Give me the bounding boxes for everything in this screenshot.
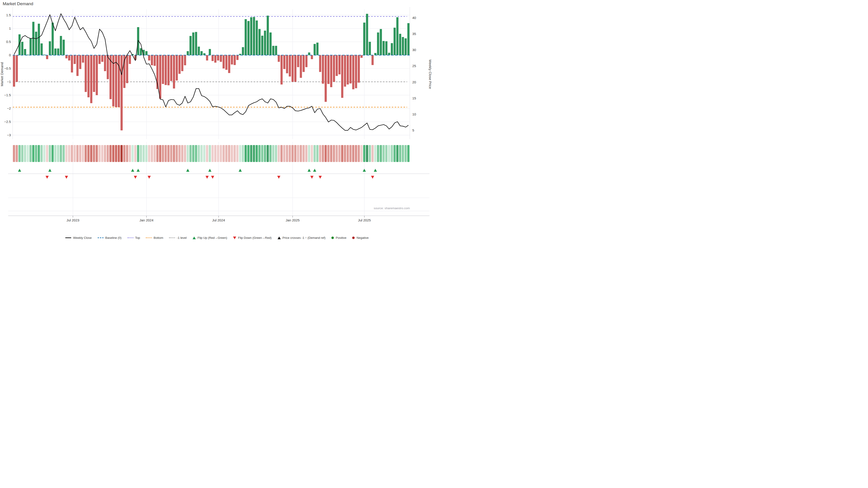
heatmap-cell	[98, 145, 101, 162]
demand-bar	[275, 46, 277, 55]
flip-down-marker	[65, 176, 68, 179]
right-axis-tick: 25	[412, 64, 416, 68]
heatmap-cell	[21, 145, 24, 162]
demand-bar	[85, 55, 87, 92]
heatmap-cell	[405, 145, 407, 162]
demand-bar	[107, 55, 109, 79]
heatmap-cell	[49, 145, 51, 162]
heatmap-cell	[225, 145, 228, 162]
heatmap-cell	[145, 145, 148, 162]
heatmap-cell	[261, 145, 264, 162]
dashed-line-swatch	[98, 237, 103, 238]
demand-bar	[159, 55, 161, 99]
triangle-up-icon	[193, 236, 196, 239]
x-axis-tick-label: Jul 2025	[358, 218, 371, 222]
heatmap-cell	[35, 145, 37, 162]
heatmap-cell	[377, 145, 379, 162]
heatmap-cell	[112, 145, 114, 162]
legend-item: Top	[127, 236, 140, 239]
heatmap-cell	[198, 145, 200, 162]
demand-bar	[228, 55, 230, 73]
flip-down-marker	[46, 176, 49, 179]
heatmap-cell	[121, 145, 123, 162]
demand-bar	[374, 53, 377, 55]
dot-icon	[352, 236, 355, 239]
heatmap-cell	[57, 145, 59, 162]
demand-bar	[347, 55, 349, 85]
heatmap-cell	[319, 145, 321, 162]
heatmap-cell	[60, 145, 62, 162]
demand-bar	[24, 49, 26, 55]
demand-bar	[140, 48, 142, 55]
heatmap-cell	[297, 145, 299, 162]
heatmap-cell	[38, 145, 40, 162]
demand-bar	[264, 31, 266, 55]
heatmap-cell	[214, 145, 217, 162]
demand-bar	[76, 55, 79, 76]
demand-bar	[270, 33, 272, 55]
demand-bar	[173, 55, 175, 89]
legend-item: Flip Down (Green→Red)	[233, 236, 272, 239]
demand-bar	[267, 15, 269, 55]
heatmap-cell	[360, 145, 363, 162]
demand-bar	[352, 55, 354, 89]
heatmap-cell	[258, 145, 260, 162]
demand-bar	[79, 55, 81, 69]
heatmap-cell	[352, 145, 354, 162]
demand-bar	[385, 41, 388, 55]
demand-bar	[154, 55, 156, 66]
heatmap-cell	[68, 145, 70, 162]
heatmap-cell	[212, 145, 214, 162]
heatmap-cell	[192, 145, 194, 162]
demand-bar	[82, 55, 84, 63]
flip-up-marker	[136, 169, 140, 172]
demand-bar	[217, 55, 219, 61]
heatmap-cell	[236, 145, 239, 162]
chart-legend: Weekly CloseBaseline (0)TopBottom-1 leve…	[0, 236, 434, 239]
flip-down-marker	[277, 176, 280, 179]
demand-bar	[90, 55, 92, 103]
demand-bar	[176, 55, 178, 80]
demand-bar	[341, 55, 343, 98]
demand-bar	[198, 46, 200, 55]
flip-up-marker	[363, 169, 366, 172]
heatmap-cell	[73, 145, 76, 162]
heatmap-cell	[18, 145, 21, 162]
heatmap-cell	[294, 145, 297, 162]
demand-bar	[281, 55, 283, 85]
heatmap-cell	[195, 145, 197, 162]
heatmap-cell	[115, 145, 117, 162]
heatmap-cell	[234, 145, 236, 162]
flip-down-marker	[319, 176, 322, 179]
x-axis-tick-label: Jul 2024	[212, 218, 225, 222]
demand-bar	[338, 55, 341, 74]
demand-bar	[253, 17, 255, 55]
heatmap-cell	[164, 145, 167, 162]
x-axis-tick-label: Jan 2024	[140, 218, 153, 222]
heatmap-cell	[203, 145, 206, 162]
demand-bar	[377, 33, 379, 55]
heatmap-cell	[363, 145, 366, 162]
legend-item: Negative	[352, 236, 368, 239]
demand-bar	[206, 55, 208, 61]
heatmap-cell	[27, 145, 29, 162]
heatmap-cell	[176, 145, 178, 162]
legend-label: Weekly Close	[73, 236, 92, 239]
legend-label: -1 level	[177, 236, 187, 239]
heatmap-cell	[391, 145, 393, 162]
weekly-close-line	[14, 14, 408, 130]
demand-bar	[272, 46, 274, 55]
demand-bar	[297, 55, 299, 67]
demand-bar	[98, 55, 101, 64]
demand-bar	[93, 55, 95, 92]
flip-down-marker	[371, 176, 374, 179]
demand-bar	[308, 53, 310, 55]
left-axis-title: Market Demand	[0, 62, 4, 86]
heatmap-cell	[228, 145, 230, 162]
heatmap-cell	[394, 145, 396, 162]
heatmap-cell	[181, 145, 183, 162]
heatmap-cell	[396, 145, 399, 162]
heatmap-cell	[308, 145, 310, 162]
demand-bar	[372, 55, 374, 65]
demand-bar	[145, 51, 148, 55]
